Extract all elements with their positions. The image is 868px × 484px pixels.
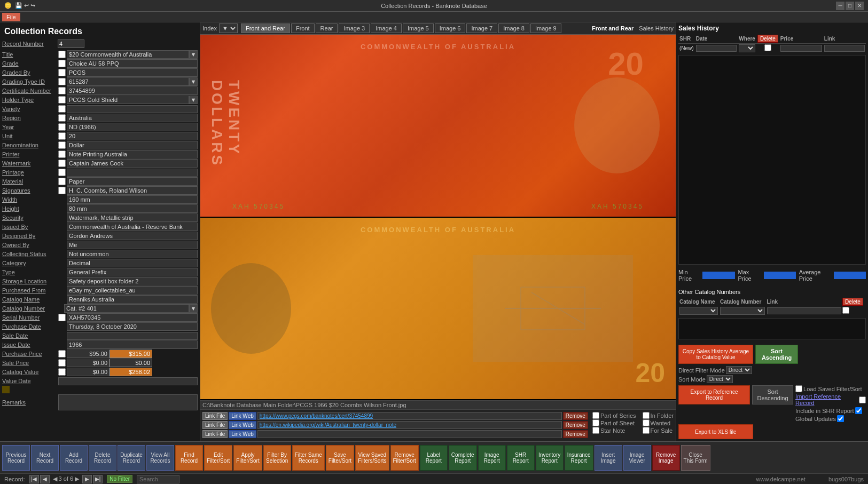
field-arrow-0[interactable]: ▼: [189, 50, 198, 59]
sort-ascending-btn[interactable]: Sort Ascending: [755, 345, 798, 364]
field-checkbox-11[interactable]: [58, 150, 66, 158]
import-ref-checkbox[interactable]: [859, 396, 866, 403]
sale-price-catalog[interactable]: [110, 359, 152, 367]
link-web-btn-1[interactable]: Link Web: [229, 412, 256, 420]
toolbar-btn-11[interactable]: Save Filter/Sort: [326, 445, 354, 471]
img-tab-4[interactable]: Image 4: [371, 23, 402, 33]
toolbar-btn-16[interactable]: Image Report: [478, 445, 506, 471]
record-number-label[interactable]: Record Number: [2, 41, 56, 47]
field-label-28[interactable]: Catalog Number: [2, 305, 58, 312]
link-web-btn-2[interactable]: Link Web: [229, 421, 256, 429]
toolbar-btn-17[interactable]: SHR Report: [507, 445, 535, 471]
close-button[interactable]: ✕: [855, 2, 864, 10]
field-checkbox-8[interactable]: [58, 123, 66, 131]
field-checkbox-15[interactable]: [58, 187, 66, 194]
purchase-price-checkbox[interactable]: [58, 350, 66, 358]
sale-price-input[interactable]: [67, 359, 110, 367]
img-tab-6[interactable]: Image 6: [435, 23, 466, 33]
import-ref-link[interactable]: Import Reference Record: [795, 393, 858, 406]
index-dropdown[interactable]: ▼: [219, 23, 238, 33]
field-label-19[interactable]: Issued By: [2, 224, 58, 230]
catalog-value-checkbox[interactable]: [58, 368, 66, 376]
toolbar-btn-8[interactable]: Apply Filter/Sort: [233, 445, 262, 471]
field-label-26[interactable]: Purchased From: [2, 287, 58, 293]
field-checkbox-6[interactable]: [58, 105, 66, 113]
field-checkbox-3[interactable]: [58, 78, 66, 85]
field-label-27[interactable]: Catalog Name: [2, 296, 58, 303]
copy-sales-btn[interactable]: Copy Sales History Average to Catalog Va…: [678, 345, 753, 364]
field-label-10[interactable]: Denomination: [2, 142, 58, 148]
link-url-1[interactable]: [257, 412, 562, 420]
field-checkbox-1[interactable]: [58, 60, 66, 67]
field-label-0[interactable]: Title: [2, 51, 58, 58]
toolbar-btn-4[interactable]: Duplicate Record: [118, 445, 145, 471]
wanted-checkbox[interactable]: [643, 419, 650, 426]
field-label-12[interactable]: Watermark: [2, 160, 58, 166]
remarks-value[interactable]: [58, 394, 198, 410]
field-label-29[interactable]: Serial Number: [2, 314, 58, 321]
field-checkbox-4[interactable]: [58, 87, 66, 94]
for-sale-checkbox[interactable]: [643, 427, 650, 434]
field-label-31[interactable]: Sale Date: [2, 332, 58, 339]
toolbar-btn-20[interactable]: Insert Image: [595, 445, 622, 471]
img-tab-0[interactable]: Front and Rear: [241, 23, 290, 33]
field-label-7[interactable]: Region: [2, 115, 58, 121]
toolbar-btn-1[interactable]: Next Record: [31, 445, 59, 471]
field-arrow-3[interactable]: ▼: [189, 77, 198, 86]
toolbar-btn-23[interactable]: Close This Form: [681, 445, 710, 471]
minimize-button[interactable]: ─: [836, 2, 844, 10]
link-url-3[interactable]: [257, 430, 562, 438]
field-label-17[interactable]: Height: [2, 205, 58, 212]
img-tab-5[interactable]: Image 5: [403, 23, 434, 33]
field-label-23[interactable]: Category: [2, 260, 58, 266]
toolbar-btn-22[interactable]: Remove Image: [652, 445, 680, 471]
field-checkbox-5[interactable]: [58, 96, 66, 104]
field-checkbox-2[interactable]: [58, 69, 66, 76]
purchase-price-input[interactable]: [67, 350, 110, 358]
sh-delete-header-btn[interactable]: Delete: [757, 35, 778, 43]
link-remove-btn-2[interactable]: Remove: [563, 421, 588, 429]
toolbar-btn-15[interactable]: Complete Report: [449, 445, 477, 471]
nav-prev-btn[interactable]: ◀: [40, 475, 50, 483]
field-label-6[interactable]: Variety: [2, 106, 58, 112]
part-of-sheet-checkbox[interactable]: [592, 419, 599, 426]
field-checkbox-9[interactable]: [58, 132, 66, 140]
export-xls-btn[interactable]: Export to XLS file: [678, 424, 753, 439]
sh-date-input[interactable]: [696, 45, 737, 52]
global-updates-checkbox[interactable]: [837, 415, 844, 422]
field-label-8[interactable]: Year: [2, 124, 58, 130]
cat-link-input[interactable]: [767, 307, 841, 314]
sale-price-checkbox[interactable]: [58, 359, 66, 367]
record-number-input[interactable]: [58, 39, 84, 48]
load-saved-checkbox[interactable]: [795, 385, 802, 392]
toolbar-btn-14[interactable]: Label Report: [420, 445, 448, 471]
field-label-13[interactable]: Printage: [2, 169, 58, 176]
search-input[interactable]: [137, 475, 179, 483]
link-url-2[interactable]: [257, 421, 562, 429]
field-label-14[interactable]: Material: [2, 178, 58, 185]
in-folder-checkbox[interactable]: [643, 412, 650, 419]
field-arrow-5[interactable]: ▼: [189, 96, 198, 104]
sh-price-input[interactable]: [780, 45, 822, 52]
nav-next-btn[interactable]: ▶: [82, 475, 92, 483]
toolbar-btn-2[interactable]: Add Record: [60, 445, 88, 471]
cat-number-select[interactable]: [720, 307, 764, 315]
field-label-1[interactable]: Grade: [2, 60, 58, 67]
field-checkbox-0[interactable]: [58, 51, 66, 58]
toolbar-btn-7[interactable]: Edit Filter/Sort: [204, 445, 232, 471]
sh-link-input[interactable]: [824, 45, 865, 52]
field-label-18[interactable]: Security: [2, 215, 58, 221]
field-checkbox-14[interactable]: [58, 178, 66, 185]
toolbar-btn-12[interactable]: View Saved Filters/Sorts: [355, 445, 389, 471]
nav-last-btn[interactable]: ▶|: [93, 475, 103, 483]
field-checkbox-13[interactable]: [58, 169, 66, 176]
field-label-22[interactable]: Collecting Status: [2, 251, 58, 257]
menu-file[interactable]: File: [2, 13, 20, 21]
sh-where-select[interactable]: [739, 44, 755, 52]
field-label-24[interactable]: Type: [2, 269, 58, 275]
field-label-20[interactable]: Designed By: [2, 233, 58, 239]
sort-descending-btn[interactable]: Sort Descending: [752, 385, 793, 404]
include-shr-checkbox[interactable]: [855, 407, 862, 414]
catalog-value-catalog[interactable]: [110, 368, 152, 376]
img-tab-7[interactable]: Image 7: [466, 23, 497, 33]
